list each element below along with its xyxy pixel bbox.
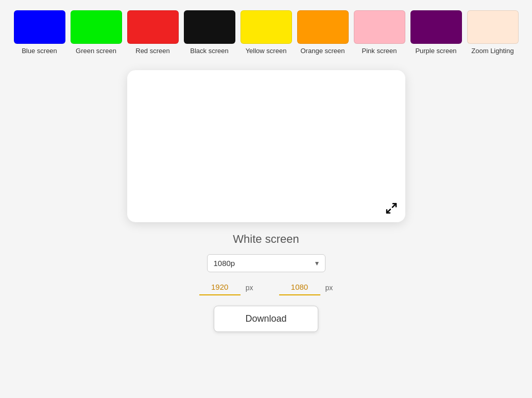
swatch-label-orange: Orange screen [301,47,345,55]
swatch-item-blue[interactable]: Blue screen [14,10,65,55]
width-unit-label: px [246,284,253,292]
swatch-label-purple: Purple screen [415,47,456,55]
swatch-box-blue [14,10,65,44]
swatch-box-red [127,10,179,44]
swatch-box-black [184,10,235,44]
height-input[interactable] [279,279,320,295]
preview-container [127,70,405,222]
swatch-box-green [71,10,122,44]
resolution-select[interactable]: 720p1080p1440p4K [207,254,325,272]
swatch-label-black: Black screen [190,47,228,55]
swatch-box-pink [354,10,405,44]
swatch-item-orange[interactable]: Orange screen [297,10,349,55]
swatch-box-yellow [241,10,292,44]
swatch-label-green: Green screen [76,47,116,55]
swatch-label-yellow: Yellow screen [246,47,287,55]
swatch-label-pink: Pink screen [362,47,397,55]
swatch-box-purple [410,10,462,44]
swatch-item-zoom[interactable]: Zoom Lighting [467,10,519,55]
swatch-item-pink[interactable]: Pink screen [354,10,405,55]
swatch-label-red: Red screen [135,47,169,55]
swatch-item-green[interactable]: Green screen [71,10,122,55]
swatch-box-orange [297,10,349,44]
width-input[interactable] [199,279,241,295]
resolution-select-wrapper: 720p1080p1440p4K ▼ [207,254,325,272]
swatch-label-blue: Blue screen [22,47,57,55]
expand-button[interactable] [385,202,398,215]
color-swatches-container: Blue screenGreen screenRed screenBlack s… [10,10,522,55]
swatch-item-black[interactable]: Black screen [184,10,235,55]
swatch-item-red[interactable]: Red screen [127,10,179,55]
swatch-label-zoom: Zoom Lighting [471,47,513,55]
height-unit-label: px [325,284,333,292]
swatch-item-yellow[interactable]: Yellow screen [241,10,292,55]
download-button[interactable]: Download [214,306,318,332]
swatch-item-purple[interactable]: Purple screen [410,10,462,55]
screen-title: White screen [233,233,299,246]
swatch-box-zoom [467,10,519,44]
dimensions-row: px px [199,279,333,295]
